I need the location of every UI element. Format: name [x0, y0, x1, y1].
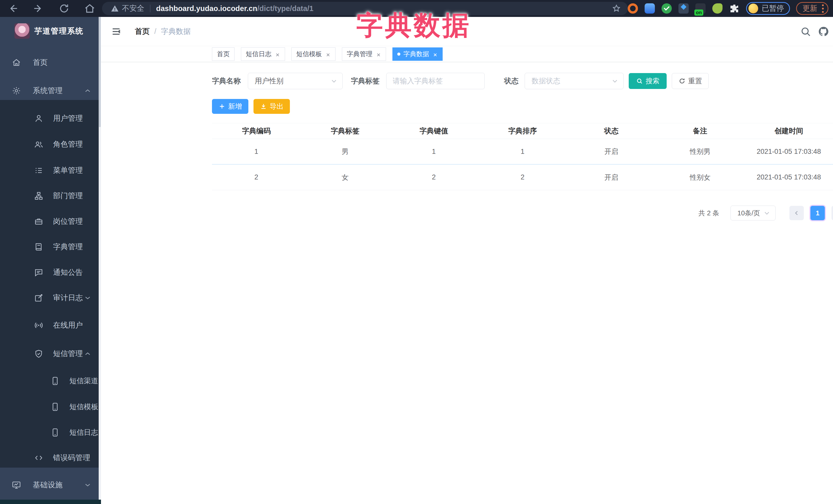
- breadcrumb: 首页 / 字典数据: [135, 26, 191, 37]
- profile-emoji-icon: [748, 4, 758, 13]
- close-icon[interactable]: [275, 51, 280, 57]
- table-row[interactable]: 2 女 2 2 开启 性别女 2021-01-05 17:03:48 修改 删除: [212, 165, 833, 190]
- sidebar-item-error-codes[interactable]: 错误码管理: [0, 445, 101, 471]
- extensions-puzzle-icon[interactable]: [729, 3, 739, 14]
- next-page-button[interactable]: [831, 206, 833, 220]
- dict-label-input[interactable]: [386, 73, 485, 89]
- sidebar-item-departments[interactable]: 部门管理: [0, 183, 101, 209]
- page-size-select[interactable]: 10条/页: [731, 206, 776, 220]
- sidebar-scrollbar[interactable]: [99, 17, 101, 504]
- tag-sms-template[interactable]: 短信模板: [291, 47, 335, 61]
- sidebar-item-dict[interactable]: 字典管理: [0, 234, 101, 260]
- extension-diamond-icon[interactable]: [679, 3, 689, 14]
- col-header: 字典键值: [389, 126, 478, 136]
- edit-square-icon: [34, 293, 43, 303]
- sidebar-item-sms[interactable]: 短信管理: [0, 341, 101, 367]
- current-page-button[interactable]: 1: [810, 206, 825, 220]
- tag-dict-data[interactable]: 字典数据: [392, 47, 443, 61]
- sidebar-item-posts[interactable]: 岗位管理: [0, 209, 101, 234]
- browser-update-button[interactable]: 更新: [796, 2, 828, 15]
- reset-button[interactable]: 重置: [672, 73, 709, 89]
- browser-window: 不安全 dashboard.yudao.iocoder.cn/dict/type…: [0, 0, 833, 504]
- col-header: 字典编码: [212, 126, 301, 136]
- add-button[interactable]: 新增: [212, 99, 248, 114]
- url-host: dashboard.yudao.iocoder.cn: [156, 4, 257, 13]
- tag-dict-manage[interactable]: 字典管理: [342, 47, 386, 61]
- col-header: 备注: [656, 126, 744, 136]
- tag-home[interactable]: 首页: [212, 47, 235, 61]
- extension-green-icon[interactable]: [712, 3, 722, 14]
- extension-blue-icon[interactable]: [645, 3, 655, 14]
- on-badge: on: [694, 9, 703, 16]
- dict-name-label: 字典名称: [212, 76, 241, 86]
- sidebar-item-system[interactable]: 系统管理: [0, 78, 101, 103]
- sidebar-item-audit-log[interactable]: 审计日志: [0, 285, 101, 311]
- search-icon[interactable]: [800, 26, 811, 37]
- monitor-icon: [12, 480, 21, 490]
- sidebar-item-sms-template[interactable]: 短信模板: [0, 394, 101, 419]
- chevron-down-icon: [612, 78, 618, 85]
- tags-view: 首页 短信日志 短信模板 字典管理 字典数据: [101, 46, 833, 62]
- close-icon[interactable]: [326, 51, 331, 57]
- search-button[interactable]: 搜索: [629, 73, 667, 89]
- users-icon: [34, 140, 43, 149]
- close-icon[interactable]: [433, 51, 438, 57]
- table-row[interactable]: 1 男 1 1 开启 性别男 2021-01-05 17:03:48 修改 删除: [212, 139, 833, 165]
- sidebar-item-infrastructure[interactable]: 基础设施: [0, 472, 101, 498]
- sidebar-item-users[interactable]: 用户管理: [0, 105, 101, 131]
- dict-name-select[interactable]: 用户性别: [248, 73, 343, 89]
- sidebar-item-sms-channel[interactable]: 短信渠道: [0, 368, 101, 394]
- extension-on-icon[interactable]: on: [695, 3, 706, 14]
- extension-check-icon[interactable]: [662, 3, 672, 14]
- table-toolbar: 新增 导出: [212, 99, 833, 114]
- browser-menu-icon[interactable]: [822, 4, 824, 13]
- github-icon[interactable]: [818, 26, 829, 37]
- app-title: 芋道管理系统: [34, 26, 84, 37]
- table-header-row: 字典编码 字典标签 字典键值 字典排序 状态 备注 创建时间 操作: [212, 123, 833, 139]
- pagination: 共 2 条 10条/页 1 前往 页: [101, 206, 833, 220]
- back-icon[interactable]: [7, 3, 19, 14]
- active-dot: [397, 52, 400, 56]
- address-separator: [150, 5, 150, 12]
- bookmark-star-icon[interactable]: [612, 4, 621, 13]
- sidebar-item-menus[interactable]: 菜单管理: [0, 158, 101, 183]
- phone-icon: [50, 402, 60, 411]
- menu-list-icon: [34, 166, 43, 175]
- org-tree-icon: [34, 191, 43, 200]
- reload-icon[interactable]: [58, 3, 70, 14]
- security-label: 不安全: [122, 3, 144, 14]
- prev-page-button[interactable]: [789, 206, 804, 220]
- main-panel: 首页 / 字典数据 ? tT 首页 短信日志 短信模板: [101, 17, 833, 504]
- annotation-title: 字典数据: [356, 8, 471, 44]
- home-browser-icon[interactable]: [84, 3, 95, 14]
- sidebar-item-sms-log[interactable]: 短信日志: [0, 419, 101, 445]
- total-count: 共 2 条: [698, 209, 719, 218]
- sidebar-item-online-users[interactable]: 在线用户: [0, 312, 101, 338]
- col-header: 创建时间: [744, 126, 833, 136]
- chevron-down-icon: [331, 78, 337, 85]
- collapse-sidebar-icon[interactable]: [111, 27, 121, 36]
- close-icon[interactable]: [376, 51, 381, 57]
- chat-bubble-icon: [34, 268, 43, 277]
- profile-paused-badge[interactable]: 已暂停: [746, 2, 790, 15]
- paused-label: 已暂停: [762, 3, 784, 14]
- breadcrumb-home[interactable]: 首页: [135, 26, 150, 37]
- tag-sms-log[interactable]: 短信日志: [241, 47, 285, 61]
- sidebar-item-home[interactable]: 首页: [0, 50, 101, 75]
- page-content: 字典名称 用户性别 字典标签 状态 数据状态 搜索 重置: [101, 73, 833, 220]
- status-select[interactable]: 数据状态: [525, 73, 624, 89]
- user-icon: [34, 114, 43, 123]
- forward-icon[interactable]: [33, 3, 44, 14]
- status-text: 开启: [567, 147, 656, 156]
- chevron-up-icon: [84, 350, 91, 357]
- export-button[interactable]: 导出: [254, 99, 290, 114]
- sidebar-item-roles[interactable]: 角色管理: [0, 131, 101, 157]
- warning-icon: [111, 4, 119, 13]
- extension-orange-icon[interactable]: [628, 3, 638, 14]
- app-logo[interactable]: 芋道管理系统: [0, 17, 101, 45]
- update-label: 更新: [803, 3, 817, 14]
- sidebar-item-notice[interactable]: 通知公告: [0, 260, 101, 285]
- gear-icon: [12, 86, 21, 95]
- sidebar-bottom-strip: [0, 500, 101, 504]
- extensions-row: on 已暂停 更新: [628, 0, 833, 17]
